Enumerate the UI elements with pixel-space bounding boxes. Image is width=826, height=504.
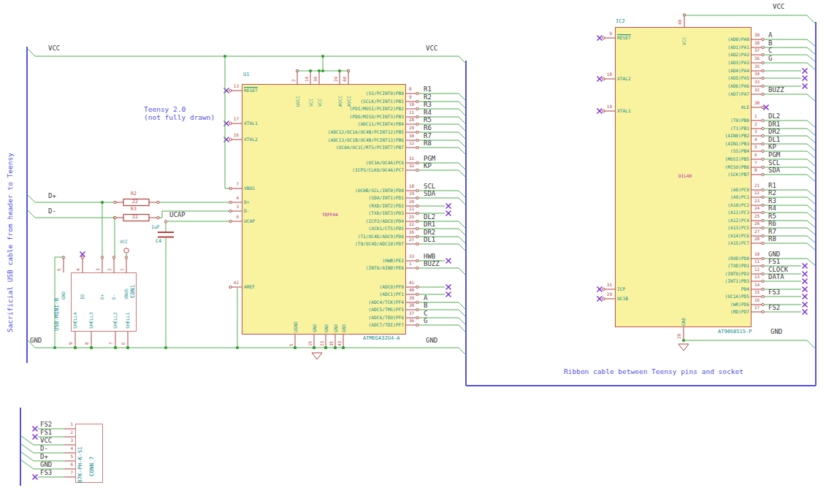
net-label[interactable]: FS2 bbox=[768, 305, 780, 311]
net-label-ucap[interactable]: UCAP bbox=[169, 212, 186, 218]
bus-entry[interactable] bbox=[459, 93, 466, 101]
bus-entry[interactable] bbox=[807, 159, 816, 167]
net-label[interactable]: D- bbox=[40, 446, 48, 452]
net-label[interactable]: B bbox=[768, 40, 772, 47]
bus-entry[interactable] bbox=[459, 132, 466, 140]
bus-entry[interactable] bbox=[459, 302, 466, 310]
net-label[interactable]: DL1 bbox=[424, 237, 435, 243]
r3-ref[interactable]: R3 bbox=[131, 207, 137, 212]
bus-entry[interactable] bbox=[807, 259, 816, 266]
bus-entry[interactable] bbox=[459, 244, 466, 251]
bus-entry[interactable] bbox=[21, 460, 34, 469]
bus-entry[interactable] bbox=[807, 213, 816, 220]
r2-value[interactable]: 22 bbox=[132, 199, 138, 205]
net-label[interactable]: R4 bbox=[424, 110, 432, 116]
bus-entry[interactable] bbox=[807, 129, 816, 136]
bus-entry[interactable] bbox=[807, 136, 816, 143]
bus-entry[interactable] bbox=[459, 117, 466, 124]
bus-entry[interactable] bbox=[807, 55, 816, 62]
net-label[interactable]: FS1 bbox=[40, 429, 52, 436]
ribbon-cable-note[interactable]: Ribbon cable between Teensy pins and soc… bbox=[564, 368, 743, 375]
net-label[interactable]: R2 bbox=[768, 190, 776, 196]
bus-entry[interactable] bbox=[807, 167, 816, 175]
bus-entry[interactable] bbox=[459, 198, 466, 205]
bus-entry[interactable] bbox=[807, 144, 816, 151]
net-label[interactable]: B bbox=[424, 302, 427, 309]
bus-entry[interactable] bbox=[807, 47, 816, 55]
net-label[interactable]: FS3 bbox=[768, 289, 780, 296]
net-label[interactable]: G bbox=[424, 318, 427, 324]
bus-entry[interactable] bbox=[807, 190, 816, 197]
net-label[interactable]: G bbox=[768, 56, 772, 62]
net-label[interactable]: D+ bbox=[40, 454, 48, 460]
net-label[interactable]: DR1 bbox=[424, 221, 435, 228]
net-label[interactable]: DR2 bbox=[768, 129, 780, 135]
ic2-value[interactable]: AT90S8515-P bbox=[718, 329, 752, 335]
net-label[interactable]: DL2 bbox=[424, 214, 435, 221]
bus-entry[interactable] bbox=[459, 148, 466, 155]
bus-entry[interactable] bbox=[459, 163, 466, 170]
net-label[interactable]: R3 bbox=[424, 102, 432, 108]
net-label[interactable]: R1 bbox=[424, 86, 432, 93]
bus-entry[interactable] bbox=[459, 221, 466, 229]
bus-entry[interactable] bbox=[459, 102, 466, 109]
wire[interactable] bbox=[459, 56, 466, 64]
net-label-gnd-right[interactable]: GND bbox=[426, 337, 437, 344]
usb-cable-note[interactable]: Sacrificial USB cable from header to Tee… bbox=[7, 142, 14, 332]
bus-entry[interactable] bbox=[807, 151, 816, 159]
teensy-note-line2[interactable]: (not fully drawn) bbox=[144, 114, 215, 121]
bus-entry[interactable] bbox=[459, 325, 466, 332]
bus-entry[interactable] bbox=[459, 310, 466, 317]
wire[interactable] bbox=[27, 194, 35, 202]
net-label[interactable]: SCL bbox=[768, 160, 780, 167]
net-label[interactable]: DR2 bbox=[424, 229, 435, 236]
net-label-vcc-right[interactable]: VCC bbox=[426, 45, 437, 52]
bus-entry[interactable] bbox=[807, 228, 816, 235]
net-label[interactable]: R2 bbox=[424, 94, 432, 101]
net-label[interactable]: R5 bbox=[424, 117, 432, 123]
net-label[interactable]: CLOCK bbox=[768, 267, 788, 273]
net-label[interactable]: R7 bbox=[424, 133, 432, 140]
net-label[interactable]: GND bbox=[40, 462, 52, 468]
net-label[interactable]: A bbox=[424, 295, 427, 302]
ic2-ref[interactable]: IC2 bbox=[616, 19, 625, 24]
bus-entry[interactable] bbox=[21, 436, 34, 445]
net-label[interactable]: VCC bbox=[40, 438, 52, 444]
net-label-gnd-bottom-right[interactable]: GND bbox=[770, 329, 782, 335]
u1-value[interactable]: ATMEGA32U4-A bbox=[363, 336, 400, 341]
bus-entry[interactable] bbox=[807, 175, 816, 182]
net-label[interactable]: FS3 bbox=[40, 470, 52, 476]
con1-value[interactable]: USB-MINI-B bbox=[54, 141, 60, 331]
net-label[interactable]: A bbox=[768, 32, 772, 39]
net-label[interactable]: SDA bbox=[768, 167, 780, 174]
net-label-gnd-left[interactable]: GND bbox=[30, 337, 42, 344]
net-label[interactable]: PGM bbox=[768, 152, 780, 159]
net-label[interactable]: R6 bbox=[424, 125, 432, 131]
u1-ref[interactable]: U1 bbox=[243, 72, 249, 77]
net-label[interactable]: BUZZ bbox=[768, 87, 784, 93]
net-label[interactable]: C bbox=[768, 47, 772, 54]
r2-ref[interactable]: R2 bbox=[131, 191, 137, 196]
bus-entry[interactable] bbox=[21, 452, 34, 461]
net-label-vcc-left[interactable]: VCC bbox=[48, 45, 60, 52]
net-label[interactable]: FS1 bbox=[768, 259, 780, 265]
net-label[interactable]: DR1 bbox=[768, 121, 780, 128]
wire[interactable] bbox=[459, 348, 466, 355]
net-label[interactable]: DATA bbox=[768, 274, 784, 280]
bus-entry[interactable] bbox=[807, 236, 816, 243]
net-label[interactable]: DL1 bbox=[768, 137, 780, 143]
bus-entry[interactable] bbox=[807, 39, 816, 47]
net-label[interactable]: KP bbox=[424, 163, 432, 169]
net-label[interactable]: SDA bbox=[424, 191, 435, 197]
wire[interactable] bbox=[27, 48, 35, 56]
bus-entry[interactable] bbox=[459, 237, 466, 244]
net-label[interactable]: HWB bbox=[424, 253, 435, 260]
net-label-vcc-top-right[interactable]: VCC bbox=[773, 4, 784, 10]
bus-entry[interactable] bbox=[807, 340, 816, 349]
net-label[interactable]: R8 bbox=[424, 140, 432, 147]
bus-entry[interactable] bbox=[459, 109, 466, 116]
bus-entry[interactable] bbox=[807, 197, 816, 205]
bus-entry[interactable] bbox=[807, 205, 816, 213]
bus-entry[interactable] bbox=[459, 229, 466, 236]
bus-entry[interactable] bbox=[459, 170, 466, 177]
